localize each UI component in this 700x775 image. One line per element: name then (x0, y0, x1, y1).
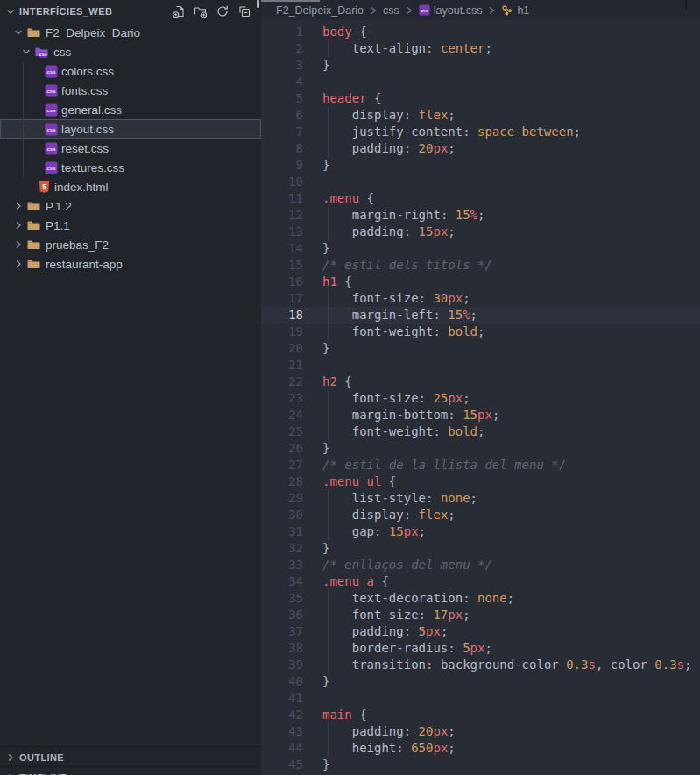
line-number: 45 (261, 757, 303, 773)
svg-text:css: css (46, 89, 56, 94)
refresh-button[interactable] (214, 3, 231, 20)
line-content: margin-left: 15%; (322, 308, 477, 322)
code-line-26[interactable]: 26} (261, 440, 700, 457)
code-line-3[interactable]: 3} (261, 57, 700, 74)
code-line-12[interactable]: 12 margin-right: 15%; (261, 207, 700, 224)
chevron-right-icon (12, 218, 25, 232)
collapse-all-button[interactable] (236, 3, 253, 20)
tree-item-p1-1[interactable]: P1.1 (0, 216, 261, 235)
tree-item-css[interactable]: csscss (0, 42, 261, 61)
timeline-section-header[interactable]: TIMELINE (0, 766, 261, 775)
code-line-21[interactable]: 21 (261, 357, 700, 373)
code-line-22[interactable]: 22h2 { (261, 373, 700, 390)
svg-text:css: css (46, 127, 56, 132)
tree-item-f2-delpeix-dario[interactable]: F2_Delpeix_Dario (0, 23, 261, 42)
tree-item-general-css[interactable]: cssgeneral.css (0, 100, 261, 119)
code-line-4[interactable]: 4 (261, 74, 700, 90)
code-area[interactable]: 1body {2 text-align: center;3}45header {… (261, 24, 700, 773)
tree-item-label: css (53, 46, 71, 59)
line-content: margin-bottom: 15px; (322, 408, 499, 422)
tree-item-label: pruebas_F2 (46, 238, 109, 252)
breadcrumb-item-h1[interactable]: h1 (501, 4, 529, 17)
code-line-6[interactable]: 6 display: flex; (261, 107, 700, 124)
new-folder-button[interactable] (192, 3, 209, 20)
code-line-10[interactable]: 10 (261, 174, 700, 190)
code-line-23[interactable]: 23 font-size: 25px; (261, 390, 700, 407)
new-file-button[interactable] (170, 3, 187, 20)
folder-icon (26, 238, 40, 252)
line-number: 11 (261, 190, 303, 207)
code-line-19[interactable]: 19 font-weight: bold; (261, 324, 700, 340)
code-line-41[interactable]: 41 (261, 690, 700, 707)
code-line-5[interactable]: 5header { (261, 90, 700, 107)
line-content: font-size: 30px; (322, 291, 470, 305)
tree-item-reset-css[interactable]: cssreset.css (0, 139, 261, 158)
tree-item-fonts-css[interactable]: cssfonts.css (0, 81, 261, 100)
tree-item-label: P1.1 (46, 219, 70, 232)
code-line-14[interactable]: 14} (261, 240, 700, 257)
breadcrumb-item-layout-css[interactable]: csslayout.css (419, 4, 483, 17)
code-line-24[interactable]: 24 margin-bottom: 15px; (261, 407, 700, 423)
code-line-8[interactable]: 8 padding: 20px; (261, 140, 700, 157)
tree-item-restaurant-app[interactable]: restaurant-app (0, 254, 261, 274)
tree-item-p-1-2[interactable]: P.1.2 (0, 196, 261, 216)
breadcrumb-item-css[interactable]: css (383, 4, 399, 17)
line-number: 26 (261, 440, 303, 457)
code-line-42[interactable]: 42main { (261, 707, 700, 723)
tree-item-layout-css[interactable]: csslayout.css (0, 119, 261, 139)
line-number: 9 (261, 157, 303, 174)
code-line-27[interactable]: 27/* estil de la llista del menu */ (261, 457, 700, 473)
code-line-43[interactable]: 43 padding: 20px; (261, 723, 700, 740)
line-number: 1 (261, 24, 303, 40)
code-line-11[interactable]: 11.menu { (261, 190, 700, 207)
code-line-36[interactable]: 36 font-size: 17px; (261, 607, 700, 623)
code-line-44[interactable]: 44 height: 650px; (261, 740, 700, 757)
code-line-17[interactable]: 17 font-size: 30px; (261, 290, 700, 307)
code-line-33[interactable]: 33/* enllaços del menu */ (261, 557, 700, 573)
code-line-25[interactable]: 25 font-weight: bold; (261, 423, 700, 440)
tree-item-index-html[interactable]: 5index.html (0, 177, 261, 196)
line-content: text-decoration: none; (322, 591, 514, 605)
line-content: font-weight: bold; (322, 324, 484, 338)
code-line-28[interactable]: 28.menu ul { (261, 473, 700, 490)
chevron-right-icon (12, 257, 25, 271)
code-line-40[interactable]: 40} (261, 673, 700, 690)
outline-section-header[interactable]: OUTLINE (0, 746, 261, 767)
tree-item-colors-css[interactable]: csscolors.css (0, 61, 261, 81)
breadcrumb-label: layout.css (434, 4, 483, 17)
tree-item-pruebas-f2[interactable]: pruebas_F2 (0, 235, 261, 254)
code-line-29[interactable]: 29 list-style: none; (261, 490, 700, 507)
code-line-30[interactable]: 30 display: flex; (261, 507, 700, 523)
code-line-32[interactable]: 32} (261, 540, 700, 557)
code-line-37[interactable]: 37 padding: 5px; (261, 623, 700, 640)
chevron-right-icon (369, 5, 378, 16)
line-content: } (322, 58, 329, 72)
code-line-34[interactable]: 34.menu a { (261, 573, 700, 590)
code-line-20[interactable]: 20} (261, 340, 700, 357)
code-line-1[interactable]: 1body { (261, 24, 700, 40)
code-line-13[interactable]: 13 padding: 15px; (261, 224, 700, 240)
code-line-31[interactable]: 31 gap: 15px; (261, 523, 700, 540)
line-number: 16 (261, 274, 303, 290)
breadcrumb-item-f2-delpeix-dario[interactable]: F2_Delpeix_Dario (276, 4, 364, 17)
line-number: 31 (261, 523, 303, 540)
tree-item-label: textures.css (61, 161, 124, 174)
line-number: 32 (261, 540, 303, 557)
sidebar-scroll-indicator[interactable] (257, 0, 259, 8)
code-line-38[interactable]: 38 border-radius: 5px; (261, 640, 700, 657)
svg-text:css: css (46, 69, 56, 75)
tree-item-textures-css[interactable]: csstextures.css (0, 158, 261, 177)
code-line-18[interactable]: 18 margin-left: 15%; (261, 307, 700, 324)
explorer-header[interactable]: INTERFÍCIES_WEB (0, 0, 261, 23)
css-icon: css (44, 141, 58, 155)
code-line-16[interactable]: 16h1 { (261, 274, 700, 290)
code-line-15[interactable]: 15/* estil dels títols */ (261, 257, 700, 274)
code-line-2[interactable]: 2 text-align: center; (261, 40, 700, 57)
code-line-45[interactable]: 45} (261, 757, 700, 773)
code-line-39[interactable]: 39 transition: background-color 0.3s, co… (261, 657, 700, 673)
code-line-35[interactable]: 35 text-decoration: none; (261, 590, 700, 607)
outline-label: OUTLINE (19, 752, 64, 763)
code-line-9[interactable]: 9} (261, 157, 700, 174)
line-content: transition: background-color 0.3s, color… (322, 658, 692, 672)
code-line-7[interactable]: 7 justify-content: space-between; (261, 124, 700, 140)
